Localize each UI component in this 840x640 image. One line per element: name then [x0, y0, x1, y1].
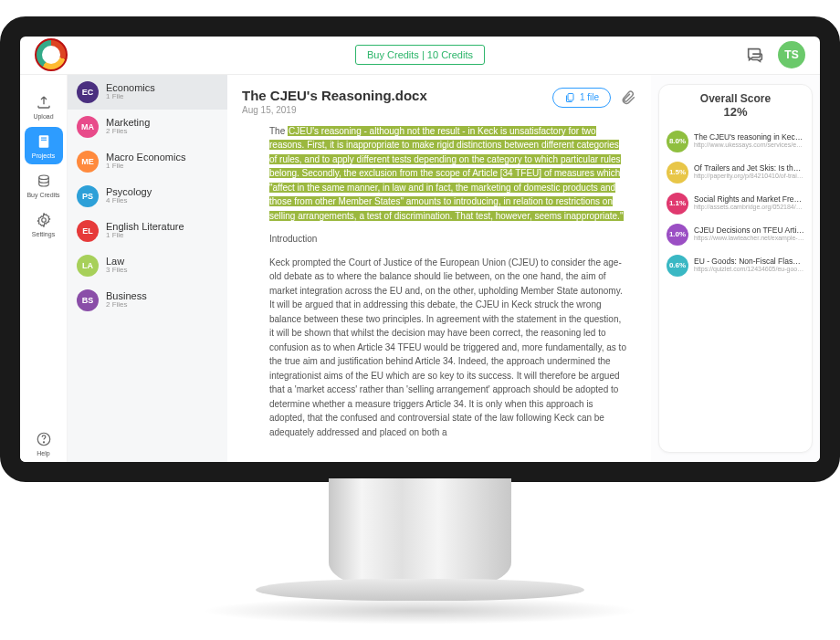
- match-title: Of Trailers and Jet Skis: Is the Ca...: [694, 164, 804, 173]
- screen: Buy Credits | 10 Credits TS Upload Proje…: [0, 16, 840, 482]
- project-item[interactable]: EL English Literature 1 File: [68, 214, 227, 248]
- projects-icon: [35, 132, 53, 151]
- project-badge: EL: [77, 220, 99, 242]
- file-chip[interactable]: 1 file: [552, 88, 611, 108]
- attachment-icon[interactable]: [620, 89, 636, 106]
- gear-icon: [35, 211, 53, 229]
- highlighted-passage: CJEU's reasoning - although not the resu…: [269, 126, 624, 221]
- project-file-count: 1 File: [106, 232, 184, 240]
- help-icon: [35, 430, 53, 448]
- nav-settings[interactable]: Settings: [25, 205, 63, 243]
- match-url: http://www.ukessays.com/services/example…: [694, 142, 804, 149]
- file-chip-label: 1 file: [580, 92, 599, 102]
- score-title: Overall Score: [665, 92, 806, 105]
- match-title: Social Rights and Market Freedo...: [694, 195, 804, 204]
- score-card: Overall Score 12% 8.0% The CJEU's reason…: [658, 84, 813, 453]
- project-badge: LA: [77, 255, 99, 277]
- app-logo[interactable]: [35, 38, 68, 71]
- buy-credits-pill[interactable]: Buy Credits | 10 Credits: [355, 45, 485, 65]
- match-title: The CJEU's reasoning in Keck is ...: [694, 133, 804, 142]
- match-row[interactable]: 0.6% EU - Goods: Non-Fiscal Flashc... ht…: [665, 250, 806, 281]
- nav-upload[interactable]: Upload: [25, 88, 63, 125]
- match-url: https://quizlet.com/12434605/eu-goods-no…: [694, 266, 804, 273]
- monitor-shadow: [201, 597, 639, 624]
- match-row[interactable]: 1.5% Of Trailers and Jet Skis: Is the Ca…: [665, 157, 806, 188]
- document-date: Aug 15, 2019: [242, 105, 427, 115]
- project-file-count: 4 Files: [106, 197, 152, 205]
- nav-settings-label: Settings: [32, 231, 55, 237]
- monitor-stand-neck: [329, 478, 511, 588]
- document-pane: The CJEU's Reasoning.docx Aug 15, 2019 1…: [227, 75, 651, 462]
- match-row[interactable]: 8.0% The CJEU's reasoning in Keck is ...…: [665, 126, 806, 157]
- project-file-count: 2 Files: [106, 128, 150, 136]
- project-badge: BS: [77, 289, 99, 311]
- project-file-count: 1 File: [106, 93, 155, 101]
- project-item[interactable]: MA Marketing 2 Files: [68, 110, 227, 144]
- document-title: The CJEU's Reasoning.docx: [242, 88, 427, 103]
- user-avatar[interactable]: TS: [778, 41, 805, 68]
- nav-projects-label: Projects: [32, 152, 55, 159]
- match-url: http://assets.cambridge.org/052184/1267/…: [694, 204, 804, 211]
- project-badge: PS: [77, 185, 99, 207]
- match-row[interactable]: 1.1% Social Rights and Market Freedo... …: [665, 188, 806, 219]
- project-item[interactable]: EC Economics 1 File: [68, 75, 227, 110]
- project-badge: MA: [77, 116, 99, 138]
- projects-list: EC Economics 1 FileMA Marketing 2 FilesM…: [68, 75, 227, 462]
- monitor-frame: Buy Credits | 10 Credits TS Upload Proje…: [0, 16, 840, 624]
- match-url: https://www.lawteacher.net/example-essay…: [694, 235, 804, 242]
- upload-icon: [35, 93, 53, 111]
- top-bar: Buy Credits | 10 Credits TS: [20, 37, 820, 75]
- project-item[interactable]: BS Business 2 Files: [68, 283, 227, 318]
- match-percent: 1.1%: [667, 193, 688, 215]
- svg-rect-2: [41, 139, 47, 140]
- nav-upload-label: Upload: [33, 113, 53, 120]
- project-file-count: 1 File: [106, 163, 185, 171]
- left-nav: Upload Projects Buy Credits Settings: [20, 75, 68, 462]
- svg-rect-1: [41, 137, 47, 138]
- doc-lead: The: [269, 126, 288, 136]
- document-body[interactable]: The CJEU's reasoning - although not the …: [242, 124, 636, 453]
- match-percent: 0.6%: [667, 255, 688, 277]
- monitor-stand-base: [256, 579, 584, 601]
- nav-projects[interactable]: Projects: [25, 127, 63, 164]
- match-title: CJEU Decisions on TFEU Articl...: [694, 226, 804, 235]
- svg-point-6: [43, 441, 44, 442]
- nav-buy-credits[interactable]: Buy Credits: [25, 166, 63, 204]
- project-badge: EC: [77, 81, 99, 103]
- score-pane: Overall Score 12% 8.0% The CJEU's reason…: [651, 75, 820, 462]
- section-heading: Introduction: [269, 232, 627, 247]
- project-badge: ME: [77, 151, 99, 173]
- body-paragraph: Keck prompted the Court of Justice of th…: [269, 256, 627, 440]
- project-item[interactable]: LA Law 3 Files: [68, 248, 227, 283]
- svg-point-3: [38, 175, 48, 180]
- project-item[interactable]: PS Psycology 4 Files: [68, 179, 227, 214]
- match-percent: 1.0%: [667, 224, 688, 246]
- project-item[interactable]: ME Macro Economics 1 File: [68, 144, 227, 179]
- chat-icon[interactable]: [745, 45, 765, 65]
- project-file-count: 2 Files: [106, 301, 147, 310]
- match-url: http://paperity.org/p/84210410/of-traile…: [694, 173, 804, 180]
- match-percent: 1.5%: [667, 162, 688, 184]
- svg-rect-7: [568, 93, 573, 100]
- credits-icon: [35, 172, 53, 190]
- nav-help-label: Help: [37, 450, 49, 456]
- nav-help[interactable]: Help: [25, 425, 63, 462]
- nav-credits-label: Buy Credits: [26, 192, 59, 198]
- score-value: 12%: [665, 105, 806, 119]
- svg-point-4: [41, 217, 46, 222]
- match-percent: 8.0%: [667, 131, 688, 152]
- svg-rect-0: [38, 135, 48, 148]
- project-file-count: 3 Files: [106, 267, 128, 275]
- match-row[interactable]: 1.0% CJEU Decisions on TFEU Articl... ht…: [665, 219, 806, 250]
- match-title: EU - Goods: Non-Fiscal Flashc...: [694, 257, 804, 266]
